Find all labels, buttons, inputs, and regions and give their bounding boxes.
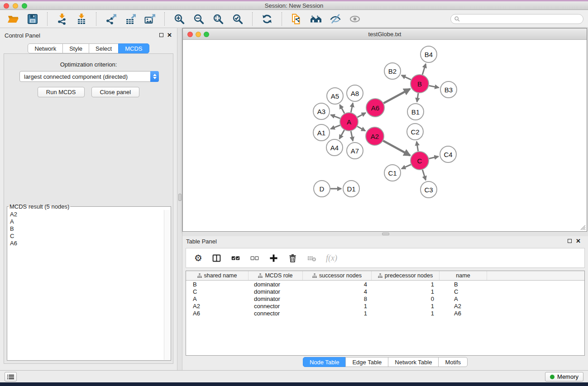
node-B4[interactable]: B4 (421, 46, 437, 62)
edge-A-A6[interactable] (358, 113, 366, 117)
resize-grip-icon[interactable] (579, 224, 586, 230)
node-C1[interactable]: C1 (384, 165, 401, 181)
node-C4[interactable]: C4 (440, 146, 456, 162)
tab-edge-table[interactable]: Edge Table (345, 357, 388, 367)
edge-A-A7[interactable] (351, 131, 353, 141)
node-C3[interactable]: C3 (421, 181, 437, 198)
search-field[interactable] (450, 14, 583, 24)
table-cell[interactable]: A (186, 295, 249, 302)
table-cell[interactable]: 1 (372, 281, 440, 288)
table-cell[interactable]: C (440, 288, 487, 295)
table-settings-button[interactable]: ⚙ (194, 251, 202, 265)
result-item[interactable]: C (10, 233, 164, 240)
node-B[interactable]: B (411, 75, 429, 93)
table-cell[interactable]: 1 (372, 310, 440, 317)
criterion-select[interactable]: largest connected component (directed) (19, 71, 159, 82)
result-item[interactable]: B (10, 225, 164, 233)
tab-style[interactable]: Style (62, 43, 89, 53)
search-input[interactable] (462, 15, 583, 23)
edge-C-C1[interactable] (402, 165, 411, 169)
table-cell[interactable]: dominator (249, 281, 303, 288)
table-row[interactable]: A2connector11A2 (186, 302, 584, 310)
edge-A6-B[interactable] (383, 89, 410, 103)
edge-A-A8[interactable] (351, 103, 353, 113)
mcds-result-list[interactable]: A2ABCA6 (8, 210, 164, 360)
copy-network-button[interactable] (289, 11, 304, 27)
float-panel-icon[interactable] (568, 239, 572, 243)
import-network-button[interactable] (54, 11, 70, 27)
edge-B-B2[interactable] (402, 75, 411, 80)
result-scrollbar[interactable] (164, 210, 170, 360)
float-panel-icon[interactable] (159, 33, 163, 37)
node-A7[interactable]: A7 (347, 143, 363, 159)
edge-A-A1[interactable] (330, 125, 340, 129)
table-cell[interactable]: dominator (249, 288, 303, 295)
edge-C-C3[interactable] (422, 170, 425, 180)
node-A2[interactable]: A2 (366, 127, 384, 145)
table-cell[interactable]: B (186, 281, 249, 288)
table-cell[interactable]: B (440, 281, 487, 288)
table-cell[interactable]: 1 (303, 303, 372, 310)
table-cell[interactable]: A2 (440, 303, 487, 310)
table-cell[interactable]: 4 (303, 288, 372, 295)
zoom-out-button[interactable] (191, 11, 206, 27)
table-cell[interactable]: A6 (440, 310, 487, 317)
column-header-predecessor-nodes[interactable]: predecessor nodes (372, 271, 440, 280)
table-cell[interactable]: connector (249, 303, 303, 310)
table-row[interactable]: A6connector11A6 (186, 310, 584, 317)
import-table-button[interactable] (74, 11, 89, 27)
node-A1[interactable]: A1 (313, 124, 330, 141)
tab-mcds[interactable]: MCDS (118, 43, 149, 53)
node-A6[interactable]: A6 (366, 99, 384, 117)
table-cell[interactable]: dominator (249, 295, 303, 302)
table-cell[interactable]: 1 (372, 303, 440, 310)
memory-button[interactable]: Memory (545, 372, 583, 381)
result-item[interactable]: A (10, 218, 164, 225)
export-image-button[interactable] (142, 11, 158, 27)
node-A5[interactable]: A5 (327, 88, 343, 104)
clear-checkboxes-button[interactable] (250, 251, 259, 265)
tab-network-table[interactable]: Network Table (388, 357, 439, 367)
open-file-button[interactable] (5, 11, 21, 27)
node-A8[interactable]: A8 (347, 85, 363, 101)
node-D[interactable]: D (314, 181, 330, 197)
vertical-splitter[interactable] (177, 28, 182, 370)
edge-C-C2[interactable] (416, 142, 418, 152)
table-row[interactable]: Adominator80A (186, 295, 584, 302)
select-all-checkboxes-button[interactable] (231, 251, 240, 265)
table-cell[interactable]: A (440, 295, 487, 302)
show-columns-button[interactable] (212, 251, 221, 265)
export-network-button[interactable] (103, 11, 119, 27)
table-cell[interactable]: C (186, 288, 249, 295)
tab-node-table[interactable]: Node Table (303, 357, 346, 367)
edge-A-A2[interactable] (357, 126, 365, 131)
horizontal-splitter[interactable] (182, 232, 588, 236)
node-B3[interactable]: B3 (440, 81, 457, 98)
node-A3[interactable]: A3 (313, 103, 330, 119)
function-builder-button[interactable]: f(x) (326, 251, 337, 265)
table-row[interactable]: Bdominator41B (186, 281, 584, 288)
zoom-in-button[interactable] (172, 11, 187, 27)
edge-A-A3[interactable] (331, 115, 340, 119)
zoom-fit-button[interactable] (210, 11, 226, 27)
edge-A-A4[interactable] (339, 130, 344, 139)
close-panel-icon[interactable]: ✕ (576, 238, 581, 244)
titlebar[interactable]: Session: New Session (0, 1, 588, 10)
table-cell[interactable]: 8 (303, 295, 372, 302)
table-cell[interactable]: connector (249, 310, 303, 317)
column-header-shared-name[interactable]: shared name (186, 271, 249, 280)
table-cell[interactable]: 1 (303, 310, 372, 317)
table-cell[interactable]: 0 (372, 295, 440, 302)
tab-select[interactable]: Select (89, 43, 119, 53)
column-header-mcds-role[interactable]: MCDS role (249, 271, 303, 280)
eye-button[interactable] (347, 11, 363, 27)
table-cell[interactable]: 4 (303, 281, 372, 288)
edge-B-B4[interactable] (422, 64, 425, 75)
splitter-handle[interactable] (382, 233, 389, 235)
table-cell[interactable]: A6 (186, 310, 249, 317)
node-D1[interactable]: D1 (343, 181, 359, 197)
eye-hidden-button[interactable] (328, 11, 343, 27)
close-panel-icon[interactable]: ✕ (167, 32, 172, 38)
node-B2[interactable]: B2 (384, 63, 401, 79)
node-A4[interactable]: A4 (326, 139, 343, 156)
